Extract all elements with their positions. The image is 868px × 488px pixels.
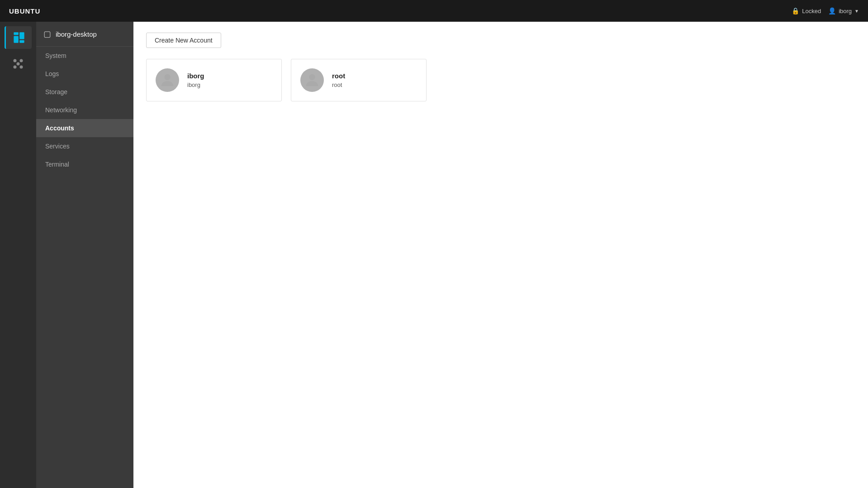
account-display-name-root: root — [332, 72, 345, 80]
svg-point-6 — [14, 66, 17, 69]
host-name: iborg-desktop — [56, 30, 97, 38]
sidebar-item-logs[interactable]: Logs — [36, 65, 133, 83]
topbar: UBUNTU 🔒 Locked 👤 iborg ▼ — [0, 0, 868, 22]
svg-point-5 — [20, 59, 23, 62]
svg-point-9 — [164, 74, 170, 80]
account-card-root[interactable]: root root — [291, 59, 427, 101]
account-info-root: root root — [332, 72, 345, 88]
account-username-iborg: iborg — [187, 81, 204, 88]
host-icon: ▢ — [43, 29, 51, 39]
svg-point-7 — [20, 66, 23, 69]
svg-rect-0 — [14, 32, 18, 35]
lock-status: 🔒 Locked — [792, 7, 821, 14]
icon-sidebar-appearance[interactable] — [5, 53, 32, 75]
svg-rect-2 — [19, 32, 24, 39]
sidebar-item-storage[interactable]: Storage — [36, 83, 133, 101]
user-label: iborg — [839, 8, 852, 14]
icon-sidebar — [0, 22, 36, 488]
account-username-root: root — [332, 81, 345, 88]
nav-sidebar-header: ▢ iborg-desktop — [36, 22, 133, 47]
account-display-name-iborg: iborg — [187, 72, 204, 80]
nav-sidebar: ▢ iborg-desktop System Logs Storage Netw… — [36, 22, 133, 488]
user-menu[interactable]: 👤 iborg ▼ — [828, 7, 859, 14]
svg-point-10 — [309, 74, 315, 80]
main-layout: ▢ iborg-desktop System Logs Storage Netw… — [0, 22, 868, 488]
lock-icon: 🔒 — [792, 7, 799, 14]
accounts-list: iborg iborg root root — [146, 59, 855, 101]
sidebar-item-networking[interactable]: Networking — [36, 101, 133, 119]
avatar-root — [300, 68, 324, 92]
svg-rect-1 — [14, 36, 18, 43]
sidebar-item-system[interactable]: System — [36, 47, 133, 65]
topbar-right: 🔒 Locked 👤 iborg ▼ — [792, 7, 859, 14]
icon-sidebar-dashboard[interactable] — [5, 26, 32, 49]
avatar-iborg — [156, 68, 179, 92]
app-title: UBUNTU — [9, 7, 40, 15]
svg-point-4 — [14, 59, 17, 62]
account-card-iborg[interactable]: iborg iborg — [146, 59, 282, 101]
svg-rect-3 — [19, 40, 24, 43]
sidebar-item-accounts[interactable]: Accounts — [36, 119, 133, 137]
content-area: Create New Account iborg iborg — [133, 22, 868, 488]
user-icon: 👤 — [828, 7, 836, 14]
chevron-down-icon: ▼ — [854, 9, 859, 14]
account-info-iborg: iborg iborg — [187, 72, 204, 88]
sidebar-item-services[interactable]: Services — [36, 137, 133, 155]
sidebar-item-terminal[interactable]: Terminal — [36, 155, 133, 173]
svg-point-8 — [17, 62, 20, 66]
locked-label: Locked — [802, 8, 821, 14]
create-new-account-button[interactable]: Create New Account — [146, 33, 221, 48]
